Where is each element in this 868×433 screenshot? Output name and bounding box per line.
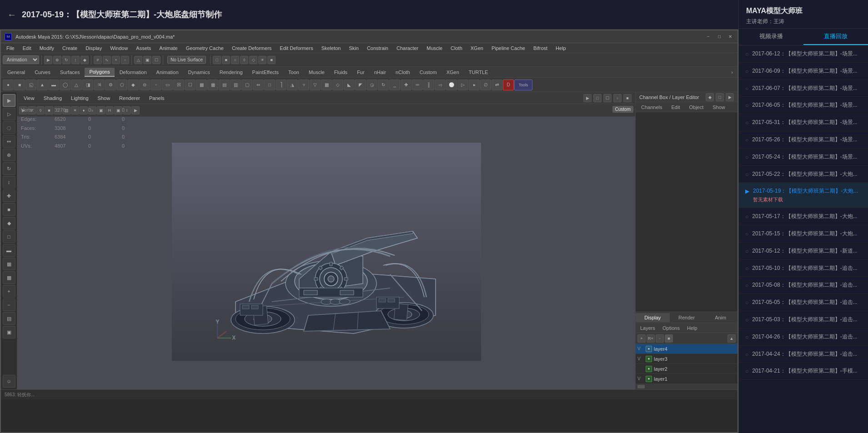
pi-gear[interactable]: ⚙ [105, 80, 116, 90]
pi-cylinder[interactable]: ◱ [25, 80, 36, 90]
tb-rotate-tool[interactable]: ↻ [62, 56, 70, 64]
menu-skeleton[interactable]: Skeleton [318, 45, 345, 52]
grid3-tool[interactable]: ▣ [3, 326, 15, 338]
menu-cloth[interactable]: Cloth [447, 45, 466, 52]
tab-dynamics[interactable]: Dynamics [184, 68, 215, 76]
tb-history[interactable]: △ [134, 56, 142, 64]
tb-render[interactable]: ▣ [143, 56, 151, 64]
pi-merge[interactable]: ▷ [457, 80, 468, 90]
menu-animate[interactable]: Animate [156, 45, 181, 52]
pi-insert[interactable]: ═ [412, 80, 423, 90]
menu-edit[interactable]: Edit [19, 45, 35, 52]
plus-tool[interactable]: + [3, 285, 15, 298]
tb-soft-select[interactable]: ◆ [80, 56, 89, 64]
tb-xray[interactable]: ○ [231, 56, 239, 64]
layer1-disp[interactable]: ● [646, 376, 652, 382]
vp-menu-show[interactable]: Show [95, 95, 113, 102]
tab-animation[interactable]: Animation [152, 68, 183, 76]
select-loop-tool[interactable]: ▷ [3, 108, 15, 120]
soft-mod[interactable]: ◆ [3, 217, 15, 229]
playlist-item-18[interactable]: ○2017-04-21：【模型大师班第二期】-手模... [739, 363, 868, 380]
layer4-disp[interactable]: ● [646, 346, 652, 352]
le-layer-col[interactable]: ■ [665, 334, 673, 343]
vp-icon-hud[interactable]: ■ [623, 94, 632, 102]
back-button[interactable]: ← [7, 10, 16, 20]
tb-select-tool[interactable]: ▶ [44, 56, 52, 64]
sculpt[interactable]: □ [3, 230, 15, 243]
tb-isolate[interactable]: ■ [222, 56, 230, 64]
tab-turtle[interactable]: TURTLE [464, 68, 493, 76]
tab-replay[interactable]: 视频录播 [739, 29, 803, 45]
menu-geocache[interactable]: Geometry Cache [182, 45, 227, 52]
menu-help[interactable]: Help [552, 45, 570, 52]
pi-chamfer[interactable]: ◶ [366, 80, 377, 90]
pi-mirror[interactable]: ⎤ [276, 80, 286, 90]
layer-row-1[interactable]: V ● layer1 [636, 374, 738, 384]
menu-character[interactable]: Character [393, 45, 422, 52]
pi-oct[interactable]: ⬠ [116, 80, 127, 90]
tb-ipr[interactable]: ☐ [152, 56, 161, 64]
menu-skin[interactable]: Skin [345, 45, 362, 52]
layer-row-2[interactable]: ● layer2 [636, 364, 738, 374]
cb-tab-object[interactable]: Object [685, 104, 707, 111]
paint-tool[interactable]: ◌ [3, 121, 15, 134]
tab-nhair[interactable]: nHair [370, 68, 391, 76]
pi-cleanup[interactable]: ▤ [219, 80, 230, 90]
pi-cone[interactable]: ▲ [37, 80, 48, 90]
menu-display[interactable]: Display [82, 45, 105, 52]
pi-avg-vtx[interactable]: ▢ [241, 80, 252, 90]
pi-reduce[interactable]: ▦ [207, 80, 218, 90]
menu-pipeline[interactable]: Pipeline Cache [488, 45, 529, 52]
select-tool[interactable]: ▶ [3, 94, 15, 107]
vp-menu-panels[interactable]: Panels [146, 95, 167, 102]
le-del-layer[interactable]: - [656, 334, 664, 343]
menu-assets[interactable]: Assets [132, 45, 155, 52]
le-scroll-thumb[interactable] [637, 385, 645, 388]
tb-light[interactable]: ☀ [258, 56, 266, 64]
pi-bevel[interactable]: ◇ [332, 80, 343, 90]
pi-smooth[interactable]: ▥ [230, 80, 241, 90]
tb-snap-grid[interactable]: # [94, 56, 102, 64]
layer2-disp[interactable]: ● [646, 366, 652, 372]
pi-separate[interactable]: ▭ [162, 80, 173, 90]
menu-window[interactable]: Window [106, 45, 131, 52]
tab-fur[interactable]: Fur [352, 68, 369, 76]
cb-icon1[interactable]: ◆ [706, 93, 714, 101]
playlist-item-15[interactable]: ○2017-05-03：【模型大师班第二期】-追击... [739, 311, 868, 328]
tb-smooth[interactable]: ◇ [249, 56, 257, 64]
playlist-item-1[interactable]: ○2017-06-09：【模型大师班第二期】-场景... [739, 63, 868, 80]
pi-helix[interactable]: ♃ [94, 80, 105, 90]
playlist-item-12[interactable]: ○2017-05-10：【模型大师班第二期】-追击... [739, 260, 868, 277]
pi-booleans[interactable]: ⊖ [139, 80, 150, 90]
lattice[interactable]: ▬ [3, 244, 15, 257]
rotate-tool[interactable]: ↻ [3, 162, 15, 175]
playlist-item-0[interactable]: ○2017-06-12：【模型大师班第二期】-场景... [739, 45, 868, 63]
playlist-item-17[interactable]: ○2017-04-24：【模型大师班第二期】-追击... [739, 346, 868, 363]
tb-scale-tool[interactable]: ↕ [71, 56, 80, 64]
menu-bifrost[interactable]: Bifrost [530, 45, 551, 52]
lasso-tool[interactable]: ↭ [3, 135, 15, 148]
tab-curves[interactable]: Curves [30, 68, 55, 76]
le-new-layer[interactable]: + [637, 334, 646, 343]
pi-prism[interactable]: △ [71, 80, 82, 90]
tab-polygons[interactable]: Polygons [85, 68, 114, 77]
pi-combine[interactable]: ▫ [151, 80, 161, 90]
menu-file[interactable]: File [3, 45, 18, 52]
skin-tool[interactable]: ☺ [3, 375, 15, 388]
tb-texture[interactable]: ■ [267, 56, 276, 64]
vp-icon-cam[interactable]: ▶ [583, 94, 592, 102]
cb-icon2[interactable]: □ [716, 93, 724, 101]
layer1-vis[interactable]: V [637, 376, 644, 381]
cb-icon3[interactable]: ▶ [726, 93, 734, 101]
vp-menu-shading[interactable]: Shading [41, 95, 65, 102]
tb-snap-point[interactable]: • [112, 56, 120, 64]
tab-rendering[interactable]: Rendering [215, 68, 247, 76]
menu-xgen[interactable]: XGen [467, 45, 487, 52]
tb-snap-surface[interactable]: ▫ [121, 56, 129, 64]
pi-target-weld[interactable]: ⚪ [446, 80, 457, 90]
menu-edit-deformers[interactable]: Edit Deformers [276, 45, 316, 52]
playlist-item-7[interactable]: ○2017-05-22：【模型大师班第二期】-大炮... [739, 166, 868, 183]
grid-tool[interactable]: ▦ [3, 258, 15, 270]
tab-painteffects[interactable]: PaintEffects [248, 68, 284, 76]
tab-custom[interactable]: Custom [415, 68, 442, 76]
